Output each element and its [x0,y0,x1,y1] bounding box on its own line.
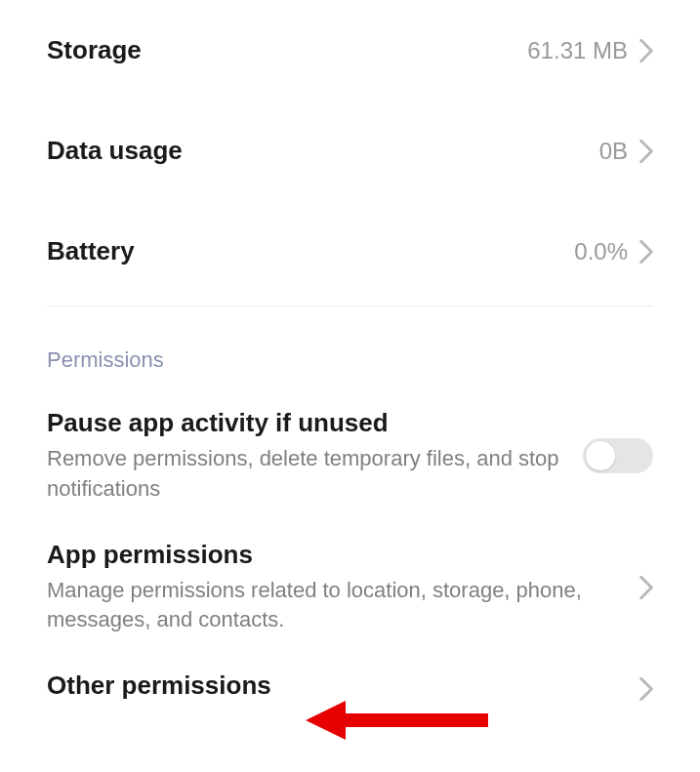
app-perms-desc: Manage permissions related to location, … [47,576,616,636]
storage-right: 61.31 MB [527,37,653,64]
other-perms-title: Other permissions [47,670,616,701]
pause-left: Pause app activity if unused Remove perm… [47,408,583,505]
pause-app-activity-row[interactable]: Pause app activity if unused Remove perm… [47,390,653,522]
chevron-right-icon [639,677,653,701]
storage-label: Storage [47,35,142,65]
pause-toggle[interactable] [583,438,653,473]
other-perms-left: Other permissions [47,670,639,707]
data-usage-value: 0B [599,138,628,165]
chevron-right-icon [639,576,653,599]
chevron-right-icon [639,240,653,264]
other-permissions-row[interactable]: Other permissions [47,653,653,724]
storage-row[interactable]: Storage 61.31 MB [47,0,653,101]
pause-desc: Remove permissions, delete temporary fil… [47,444,559,505]
battery-row[interactable]: Battery 0.0% [47,201,653,302]
pause-title: Pause app activity if unused [47,408,559,438]
data-usage-label: Data usage [47,136,183,166]
app-perms-left: App permissions Manage permissions relat… [47,540,639,636]
permissions-section-header: Permissions [47,306,653,390]
data-usage-row[interactable]: Data usage 0B [47,101,653,201]
app-permissions-row[interactable]: App permissions Manage permissions relat… [47,522,653,654]
storage-value: 61.31 MB [527,37,628,64]
data-usage-right: 0B [599,138,653,165]
battery-value: 0.0% [574,238,628,265]
battery-right: 0.0% [574,238,653,265]
battery-label: Battery [47,236,135,266]
chevron-right-icon [639,140,653,163]
app-perms-title: App permissions [47,540,616,570]
toggle-knob [586,441,615,470]
chevron-right-icon [639,39,653,62]
